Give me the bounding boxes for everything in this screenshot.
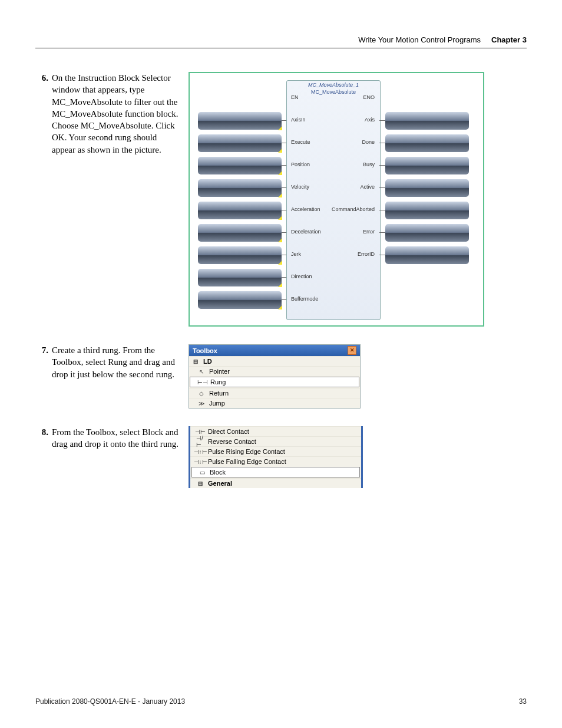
step-number: 8.: [35, 426, 52, 488]
toolbox-titlebar: Toolbox ✕: [189, 345, 360, 356]
fb-output-block[interactable]: [385, 157, 469, 174]
fb-input-port: Direction: [291, 274, 312, 279]
fb-output-block[interactable]: [385, 224, 469, 242]
fb-input-port: Execute: [291, 139, 310, 145]
fb-output-port: Done: [362, 139, 375, 145]
toolbox-group[interactable]: ⊟LD: [189, 356, 360, 366]
fb-instance-name: MC_MoveAbsolute_1: [287, 81, 380, 88]
step-number: 6.: [35, 72, 52, 327]
fb-output-port: Active: [360, 184, 375, 190]
fb-output-block[interactable]: [385, 179, 469, 197]
fb-output-port: Axis: [365, 117, 375, 123]
step-8: 8. From the Toolbox, select Block and dr…: [35, 426, 527, 488]
step-body: Create a third rung. From the Toolbox, s…: [52, 344, 183, 409]
instruction-item-icon: ⊣/⊢: [196, 439, 204, 444]
step-body: On the Instruction Block Selector window…: [52, 72, 183, 327]
function-block-diagram: MC_MoveAbsolute_1 MC_MoveAbsolute ENAxis…: [189, 72, 484, 327]
instruction-item-label: Direct Contact: [208, 428, 249, 435]
instruction-item-icon: ⊣↓⊢: [196, 459, 204, 465]
page-header: Write Your Motion Control Programs Chapt…: [35, 35, 527, 48]
instruction-list-item[interactable]: ⊣↑⊢Pulse Rising Edge Contact: [190, 446, 361, 456]
fb-input-port: Buffermode: [291, 296, 318, 302]
fb-input-port: AxisIn: [291, 117, 306, 123]
toolbox-item[interactable]: ⊢⊣Rung: [190, 377, 359, 387]
fb-output-block[interactable]: [385, 246, 469, 264]
instruction-list-item[interactable]: ⊣↓⊢Pulse Falling Edge Contact: [190, 456, 361, 466]
header-chapter: Chapter 3: [491, 35, 527, 44]
page-footer: Publication 2080-QS001A-EN-E - January 2…: [35, 697, 527, 706]
instruction-item-label: Pulse Rising Edge Contact: [208, 448, 285, 455]
fb-output-port: Busy: [363, 162, 375, 167]
page-number: 33: [519, 697, 527, 706]
minus-icon: ⊟: [191, 358, 200, 364]
fb-input-port: Velocity: [291, 184, 309, 190]
step-body: From the Toolbox, select Block and drag …: [52, 426, 183, 488]
toolbox-item-label: Return: [209, 390, 229, 397]
fb-input-block[interactable]: [198, 179, 282, 197]
toolbox-panel: Toolbox ✕ ⊟LD↖Pointer⊢⊣Rung◇Return≫Jump: [189, 344, 361, 409]
instruction-item-icon: ▭: [198, 469, 206, 475]
header-section: Write Your Motion Control Programs: [358, 35, 481, 44]
toolbox-item[interactable]: ◇Return: [189, 388, 360, 398]
step-6: 6. On the Instruction Block Selector win…: [35, 72, 527, 327]
fb-output-block[interactable]: [385, 134, 469, 152]
instruction-item-label: General: [208, 480, 232, 487]
instruction-list-item[interactable]: ▭Block: [191, 467, 360, 477]
fb-input-block[interactable]: [198, 157, 282, 174]
fb-input-port: Position: [291, 162, 310, 167]
fb-input-port: Jerk: [291, 251, 301, 257]
fb-output-port: ENO: [363, 94, 375, 100]
fb-output-block[interactable]: [385, 112, 469, 130]
toolbox-item[interactable]: ↖Pointer: [189, 366, 360, 376]
fb-input-port: Acceleration: [291, 206, 320, 212]
fb-input-block[interactable]: [198, 291, 282, 309]
fb-input-port: EN: [291, 94, 299, 100]
instruction-list-panel: ⊣⊢Direct Contact⊣/⊢Reverse Contact⊣↑⊢Pul…: [189, 426, 363, 488]
toolbox-item-icon: ≫: [197, 400, 206, 406]
fb-input-block[interactable]: [198, 134, 282, 152]
fb-input-block[interactable]: [198, 202, 282, 219]
fb-output-port: ErrorID: [358, 251, 375, 257]
fb-input-port: Deceleration: [291, 229, 321, 235]
instruction-item-icon: ⊣⊢: [196, 429, 204, 434]
step-number: 7.: [35, 344, 52, 409]
fb-output-port: Error: [363, 229, 375, 235]
instruction-item-label: Block: [210, 469, 226, 476]
instruction-list-item[interactable]: ⊟General: [190, 478, 361, 488]
instruction-list-item[interactable]: ⊣/⊢Reverse Contact: [190, 436, 361, 446]
toolbox-item-label: Jump: [209, 400, 225, 407]
publication-id: Publication 2080-QS001A-EN-E - January 2…: [35, 697, 185, 706]
step-7: 7. Create a third rung. From the Toolbox…: [35, 344, 527, 409]
instruction-item-label: Reverse Contact: [208, 438, 256, 445]
fb-input-block[interactable]: [198, 224, 282, 242]
close-icon[interactable]: ✕: [348, 346, 356, 355]
toolbox-title: Toolbox: [193, 347, 217, 354]
fb-input-block[interactable]: [198, 112, 282, 130]
toolbox-item-icon: ⊢⊣: [199, 379, 207, 385]
instruction-item-icon: ⊟: [196, 480, 204, 486]
instruction-item-icon: ⊣↑⊢: [196, 449, 204, 454]
fb-input-block[interactable]: [198, 269, 282, 286]
fb-output-port: CommandAborted: [332, 206, 375, 212]
toolbox-item[interactable]: ≫Jump: [189, 398, 360, 408]
toolbox-item-icon: ◇: [197, 390, 206, 396]
toolbox-item-icon: ↖: [197, 368, 206, 374]
fb-output-block[interactable]: [385, 202, 469, 219]
instruction-list-item[interactable]: ⊣⊢Direct Contact: [190, 426, 361, 436]
instruction-item-label: Pulse Falling Edge Contact: [208, 458, 286, 465]
toolbox-item-label: Pointer: [209, 368, 230, 375]
toolbox-item-label: Rung: [210, 378, 226, 386]
fb-input-block[interactable]: [198, 246, 282, 264]
toolbox-group-label: LD: [203, 358, 212, 365]
